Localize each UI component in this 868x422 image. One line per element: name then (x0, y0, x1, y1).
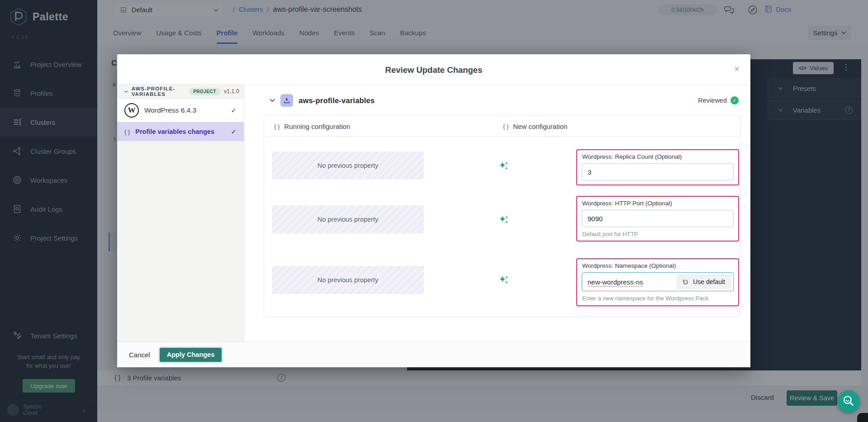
braces-icon: { } (503, 123, 508, 130)
cancel-button[interactable]: Cancel (129, 351, 150, 359)
use-default-button[interactable]: Use default (676, 275, 731, 289)
pack-item-profile-variables[interactable]: { } Profile variables changes ✓ (117, 122, 244, 141)
no-previous-property-box: No previous property (272, 205, 424, 233)
field-label: Wordpress: Namespace (Optional) (582, 262, 734, 269)
chevron-down-icon (124, 90, 128, 93)
modal-footer: Cancel Apply Changes (117, 341, 750, 367)
new-property-sparkle-icon (498, 214, 509, 225)
profile-header-row[interactable]: AWS-PROFILE-VARIABLES PROJECT v1.1.0 (117, 85, 244, 99)
modal-title: Review Update Changes (117, 65, 750, 75)
help-search-button[interactable] (838, 390, 859, 412)
profile-name: AWS-PROFILE-VARIABLES (132, 86, 186, 97)
field-helper: Enter a new namespace for the Wordpress … (582, 295, 734, 302)
replica-count-input[interactable] (582, 163, 734, 180)
scope-badge: PROJECT (189, 88, 220, 95)
no-previous-property-box: No previous property (272, 152, 424, 180)
diff-column-headers: { } Running configuration { } New config… (264, 116, 740, 137)
review-status: Reviewed ✓ (698, 96, 739, 104)
close-icon[interactable]: × (734, 64, 740, 73)
review-update-changes-modal: Review Update Changes × AWS-PROFILE-VARI… (117, 54, 750, 367)
chevron-down-icon[interactable] (270, 99, 275, 102)
modal-body: AWS-PROFILE-VARIABLES PROJECT v1.1.0 W W… (117, 84, 750, 341)
new-property-sparkle-icon (498, 161, 509, 171)
search-smile-icon (841, 394, 856, 409)
wordpress-logo: W (124, 103, 139, 118)
braces-icon: { } (124, 128, 130, 135)
namespace-input[interactable]: new-wordpress-ns Use default (582, 272, 734, 291)
review-main: aws-profile-variables Reviewed ✓ { } Run… (244, 85, 750, 341)
field-helper: Default port for HTTP (582, 231, 734, 237)
apply-changes-button[interactable]: Apply Changes (160, 348, 222, 362)
running-configuration-header: { } Running configuration (274, 116, 350, 137)
modal-header: Review Update Changes × (117, 54, 750, 84)
namespace-value[interactable]: new-wordpress-ns (588, 278, 643, 286)
section-title: aws-profile-variables (299, 96, 375, 105)
replica-count-field-group: Wordpress: Replica Count (Optional) (576, 149, 739, 185)
corner-widget (857, 413, 868, 422)
field-label: Wordpress: HTTP Port (Optional) (582, 200, 734, 207)
section-header: aws-profile-variables Reviewed ✓ (270, 94, 739, 107)
braces-icon: { } (274, 123, 280, 130)
pack-panel: AWS-PROFILE-VARIABLES PROJECT v1.1.0 W W… (117, 85, 244, 341)
reviewed-check-icon: ✓ (730, 96, 739, 104)
pack-item-wordpress[interactable]: W WordPress 6.4.3 ✓ (117, 99, 244, 122)
profile-version: v1.1.0 (224, 88, 239, 95)
palette-app: Palette 4.6.33 Project Overview Profiles… (0, 0, 868, 422)
configuration-diff-card: { } Running configuration { } New config… (264, 115, 740, 317)
restore-history-icon (682, 279, 689, 285)
http-port-field-group: Wordpress: HTTP Port (Optional) Default … (576, 196, 739, 242)
new-configuration-header: { } New configuration (503, 116, 567, 137)
check-icon: ✓ (231, 128, 237, 136)
field-label: Wordpress: Replica Count (Optional) (582, 153, 734, 160)
check-icon: ✓ (231, 106, 237, 114)
namespace-field-group: Wordpress: Namespace (Optional) new-word… (576, 258, 739, 306)
new-property-sparkle-icon (498, 275, 509, 285)
import-icon (280, 94, 293, 107)
no-previous-property-box: No previous property (272, 266, 424, 294)
http-port-input[interactable] (582, 210, 734, 227)
